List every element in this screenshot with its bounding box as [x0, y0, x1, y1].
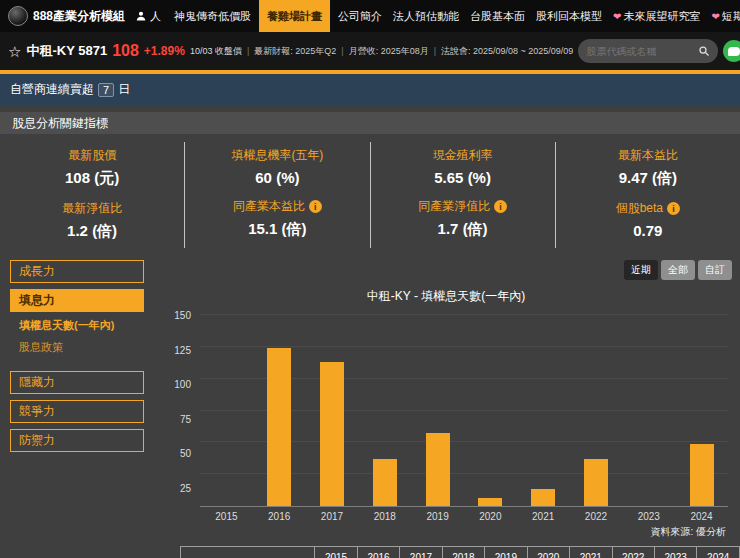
y-tick-label: 50: [180, 448, 191, 459]
user-menu[interactable]: 人: [135, 9, 161, 24]
metric-label: 現金殖利率: [371, 147, 555, 164]
bar[interactable]: [373, 459, 397, 506]
metric: 現金殖利率5.65 (%): [371, 142, 555, 193]
metric-label: 個股betai: [556, 200, 740, 217]
user-menu-label: 人: [150, 9, 161, 24]
metric-label-text: 現金殖利率: [433, 147, 493, 164]
sidebar-item[interactable]: 填息力: [10, 289, 144, 312]
nav-item[interactable]: ❤短期動能研究室: [708, 0, 740, 32]
metric: 同產業淨值比i1.7 (倍): [371, 193, 555, 246]
separator: |: [247, 46, 249, 56]
nav-item[interactable]: 養雞場計畫: [259, 0, 330, 32]
section-header: 股息分析關鍵指標: [0, 112, 740, 134]
sidebar-subitem[interactable]: 股息政策: [19, 340, 144, 355]
data-table: 2015201620172018201920202021202220232024…: [180, 546, 740, 558]
top-navigation: 888產業分析模組 人 神鬼傳奇低價股養雞場計畫公司簡介法人預估動能台股基本面股…: [0, 0, 740, 32]
y-axis: 150125100755025: [152, 315, 200, 522]
bar-slot: [517, 315, 570, 506]
person-icon: [135, 10, 147, 22]
ticker-value-badge: 7: [98, 83, 114, 97]
metric-label: 最新本益比: [556, 147, 740, 164]
x-tick-label: 2023: [622, 507, 675, 522]
metric-column: 現金殖利率5.65 (%)同產業淨值比i1.7 (倍): [370, 142, 555, 248]
y-tick-label: 75: [180, 413, 191, 424]
metric: 同產業本益比i15.1 (倍): [185, 193, 369, 246]
nav-item-label: 公司簡介: [338, 9, 382, 24]
nav-item-label: 養雞場計畫: [267, 9, 322, 24]
ticker-label: 自營商連續賣超: [10, 81, 94, 98]
range-button[interactable]: 自訂: [698, 260, 732, 280]
metric-label: 最新股價: [0, 147, 184, 164]
sidebar-item[interactable]: 成長力: [10, 260, 144, 283]
bar-slot: [675, 315, 728, 506]
metric-value: 1.7 (倍): [371, 220, 555, 239]
app-logo-icon: [8, 6, 28, 26]
sidebar-item[interactable]: 競爭力: [10, 400, 144, 423]
bar-slot: [411, 315, 464, 506]
ticker-unit: 日: [118, 81, 130, 98]
metric-label: 同產業本益比i: [185, 198, 369, 215]
sidebar-item[interactable]: 防禦力: [10, 429, 144, 452]
search-icon[interactable]: [698, 45, 710, 57]
range-button[interactable]: 近期: [624, 260, 658, 280]
watchlist-star-icon[interactable]: ☆: [8, 44, 21, 59]
heart-icon: ❤: [613, 11, 621, 22]
bar[interactable]: [478, 498, 502, 506]
info-icon[interactable]: i: [667, 202, 680, 215]
app-brand: 888產業分析模組: [8, 6, 125, 26]
range-button[interactable]: 全部: [661, 260, 695, 280]
stock-meta-item: 法說會: 2025/09/08 ~ 2025/09/09: [441, 45, 573, 58]
sidebar-item[interactable]: 隱藏力: [10, 371, 144, 394]
bar-slot: [200, 315, 253, 506]
stock-change: +1.89%: [144, 44, 185, 58]
search-input[interactable]: [586, 46, 698, 57]
y-tick-label: 25: [180, 482, 191, 493]
nav-item[interactable]: 股利回本模型: [533, 0, 605, 32]
table-header-cell: 2017: [400, 547, 442, 558]
topnav-items: 神鬼傳奇低價股養雞場計畫公司簡介法人預估動能台股基本面股利回本模型❤未來展望研究…: [171, 0, 740, 32]
x-axis: 2015201620172018201920202021202220232024: [200, 507, 728, 522]
bar[interactable]: [320, 362, 344, 506]
stock-info-bar: ☆ 中租-KY 5871 108 +1.89% 10/03 收盤價 |最新財報:…: [0, 32, 740, 70]
nav-item-label: 未來展望研究室: [623, 9, 700, 24]
bar-slot: [464, 315, 517, 506]
metric-column: 填權息機率(五年)60 (%)同產業本益比i15.1 (倍): [184, 142, 369, 248]
bar[interactable]: [426, 433, 450, 506]
bar[interactable]: [690, 444, 714, 506]
nav-item[interactable]: 法人預估動能: [390, 0, 462, 32]
table-header-cell: 2015: [315, 547, 357, 558]
info-icon[interactable]: i: [309, 200, 322, 213]
bar-slot: [358, 315, 411, 506]
table-header-cell: 2023: [654, 547, 696, 558]
metric-value: 5.65 (%): [371, 169, 555, 186]
table-header-cell: 2018: [442, 547, 484, 558]
info-icon[interactable]: i: [494, 200, 507, 213]
nav-item-label: 法人預估動能: [393, 9, 459, 24]
stock-meta: |最新財報: 2025年Q2|月營收: 2025年08月|法說會: 2025/0…: [247, 45, 573, 58]
table-body: 2015201620172018201920202021202220232024…: [181, 547, 740, 558]
nav-item[interactable]: 台股基本面: [467, 0, 528, 32]
table-header-cell: 2021: [570, 547, 612, 558]
nav-item-label: 股利回本模型: [536, 9, 602, 24]
nav-item[interactable]: 公司簡介: [335, 0, 385, 32]
nav-item[interactable]: ❤未來展望研究室: [610, 0, 703, 32]
bar[interactable]: [584, 459, 608, 506]
x-tick-label: 2022: [570, 507, 623, 522]
metric-value: 60 (%): [185, 169, 369, 186]
price-note: 10/03 收盤價: [190, 45, 242, 58]
metric-column: 最新本益比9.47 (倍)個股betai0.79: [555, 142, 740, 248]
sidebar-subitem[interactable]: 填權息天數(一年內): [19, 318, 144, 333]
bar[interactable]: [267, 348, 291, 506]
stock-name: 中租-KY 5871: [26, 42, 107, 60]
data-source: 資料來源: 優分析: [152, 522, 740, 539]
bar[interactable]: [531, 489, 555, 506]
nav-item-label: 神鬼傳奇低價股: [174, 9, 251, 24]
line-share-button[interactable]: [723, 40, 740, 62]
metric-value: 0.79: [556, 222, 740, 239]
metric: 最新股價108 (元): [0, 142, 184, 195]
metric: 最新淨值比1.2 (倍): [0, 195, 184, 248]
search-box[interactable]: [578, 39, 718, 63]
y-tick-label: 150: [174, 310, 191, 321]
nav-item[interactable]: 神鬼傳奇低價股: [171, 0, 254, 32]
bar-slot: [622, 315, 675, 506]
